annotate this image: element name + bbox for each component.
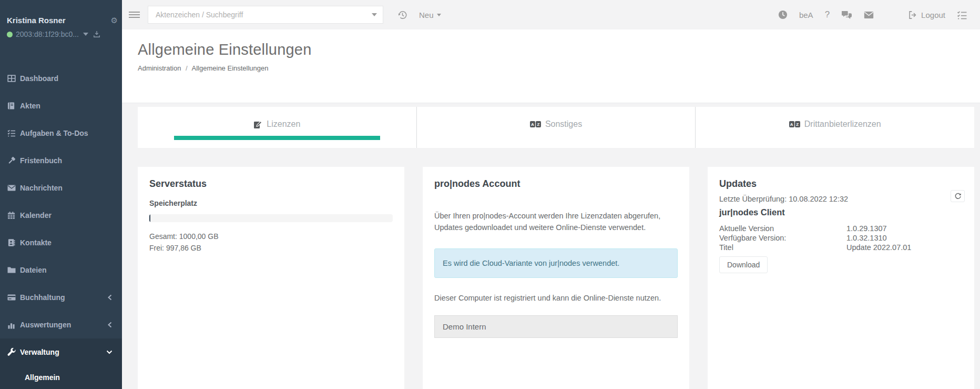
version-row-label: Verfügbare Version: (719, 233, 846, 243)
envelope-icon[interactable] (864, 11, 874, 19)
account-name-box[interactable]: Demo Intern (434, 315, 678, 338)
sidebar-item-label: Nachrichten (20, 184, 113, 192)
server-address: 2003:d8:1f29:bc0... (16, 30, 79, 38)
sidebar-item-label: Dashboard (20, 74, 113, 83)
new-label: Neu (419, 11, 434, 19)
folder-icon (7, 266, 16, 274)
sidebar-item-buchhaltung[interactable]: Buchhaltung (0, 284, 122, 311)
search-input[interactable] (148, 6, 383, 24)
breadcrumb: Administration / Allgemeine Einstellunge… (138, 64, 980, 72)
gear-icon[interactable]: ⚙ (111, 16, 118, 25)
sidebar-item-label: Verwaltung (20, 348, 106, 356)
sidebar-item-label: Kontakte (20, 238, 113, 247)
main-area: Neu beA ? Logout (122, 0, 980, 389)
chevron-left-icon (107, 322, 113, 328)
tab-label: Sonstiges (545, 119, 582, 129)
history-icon[interactable] (397, 10, 407, 20)
app-window: Kristina Rosner ⚙ 2003:d8:1f29:bc0... Da… (0, 0, 980, 389)
credit-card-icon (7, 294, 16, 301)
card-title: Updates (719, 178, 963, 189)
address-book-icon (7, 238, 16, 247)
version-row-value: 1.0.32.1310 (846, 233, 887, 243)
chevron-down-icon (437, 14, 441, 16)
tab-drittanbieterlizenzen[interactable]: AZ Drittanbieterlizenzen (696, 107, 974, 148)
storage-progress-fill (149, 214, 150, 222)
version-row-label: Titel (719, 243, 846, 252)
gavel-icon (7, 156, 16, 165)
tabs-panel: Lizenzen AZ Sonstiges AZ Drittanbieterli… (138, 107, 974, 148)
sidebar-item-aufgaben[interactable]: Aufgaben & To-Dos (0, 119, 122, 147)
card-title: Serverstatus (149, 178, 393, 189)
sidebar: Kristina Rosner ⚙ 2003:d8:1f29:bc0... Da… (0, 0, 122, 389)
sidebar-item-label: Dateien (20, 266, 113, 274)
account-description: Über Ihren pro|nodes-Account werden Ihre… (434, 211, 678, 234)
server-address-row[interactable]: 2003:d8:1f29:bc0... (7, 30, 115, 38)
registered-text: Dieser Computer ist registriert und kann… (434, 293, 678, 304)
speicherplatz-label: Speicherplatz (149, 199, 393, 207)
user-block: Kristina Rosner ⚙ 2003:d8:1f29:bc0... (0, 0, 122, 65)
storage-total: Gesamt: 1000,00 GB (149, 231, 393, 243)
version-row-label: Aktuelle Version (719, 224, 846, 233)
bea-link[interactable]: beA (799, 11, 813, 19)
cards-row: Serverstatus Speicherplatz Gesamt: 1000,… (138, 167, 974, 389)
sidebar-item-label: Akten (20, 102, 113, 110)
tab-sonstiges[interactable]: AZ Sonstiges (417, 107, 696, 148)
sidebar-item-nachrichten[interactable]: Nachrichten (0, 174, 122, 202)
sidebar-item-dateien[interactable]: Dateien (0, 256, 122, 284)
sidebar-item-kontakte[interactable]: Kontakte (0, 229, 122, 256)
sidebar-item-verwaltung[interactable]: Verwaltung (0, 338, 122, 366)
sidebar-item-label: Fristenbuch (20, 156, 113, 165)
table-row: Titel Update 2022.07.01 (719, 243, 963, 252)
refresh-button[interactable] (951, 190, 965, 202)
breadcrumb-separator: / (186, 64, 188, 72)
chevron-down-icon (106, 350, 113, 355)
tasks-icon (7, 129, 16, 137)
sidebar-active-section: Verwaltung Allgemein (0, 338, 122, 389)
download-icon[interactable] (93, 31, 100, 38)
chevron-down-icon[interactable] (83, 33, 88, 36)
tab-label: Drittanbieterlizenzen (804, 119, 881, 129)
bar-chart-icon (7, 321, 16, 329)
tab-lizenzen[interactable]: Lizenzen (138, 107, 417, 148)
version-table: Aktuelle Version 1.0.29.1307 Verfügbare … (719, 224, 963, 252)
storage-free: Frei: 997,86 GB (149, 243, 393, 254)
pronodes-account-card: pro|nodes Account Über Ihren pro|nodes-A… (423, 167, 689, 389)
envelope-icon (7, 184, 16, 192)
topbar-right: beA ? Logout (778, 9, 980, 20)
calendar-icon (7, 211, 16, 220)
user-name: Kristina Rosner (7, 16, 115, 25)
checklist-icon[interactable] (957, 11, 967, 19)
clock-icon[interactable] (778, 10, 788, 19)
storage-progress-bar (149, 214, 393, 222)
sidebar-item-fristenbuch[interactable]: Fristenbuch (0, 147, 122, 174)
sidebar-item-kalender[interactable]: Kalender (0, 202, 122, 229)
book-icon (7, 102, 16, 110)
wrench-icon (7, 348, 16, 356)
logout-button[interactable]: Logout (908, 11, 945, 19)
new-dropdown[interactable]: Neu (419, 11, 441, 19)
topbar: Neu beA ? Logout (122, 0, 980, 29)
page-title: Allgemeine Einstellungen (138, 41, 980, 58)
dashboard-grid-icon (7, 74, 16, 83)
sidebar-item-auswertungen[interactable]: Auswertungen (0, 311, 122, 338)
chat-icon[interactable] (841, 11, 852, 19)
client-title: jur|nodes Client (719, 207, 963, 217)
sidebar-nav: Dashboard Akten Aufgaben & To-Dos Friste… (0, 65, 122, 338)
version-row-value: 1.0.29.1307 (846, 224, 887, 233)
license-edit-icon (253, 120, 262, 129)
table-row: Aktuelle Version 1.0.29.1307 (719, 224, 963, 233)
breadcrumb-current: Allgemeine Einstellungen (192, 64, 269, 72)
download-button[interactable]: Download (719, 256, 768, 273)
help-link[interactable]: ? (825, 9, 830, 20)
online-status-dot (7, 32, 13, 37)
sidebar-item-akten[interactable]: Akten (0, 92, 122, 119)
sidebar-item-label: Aufgaben & To-Dos (20, 129, 113, 137)
serverstatus-card: Serverstatus Speicherplatz Gesamt: 1000,… (138, 167, 404, 389)
page-heading: Allgemeine Einstellungen Administration … (122, 29, 980, 103)
table-row: Verfügbare Version: 1.0.32.1310 (719, 233, 963, 243)
breadcrumb-administration[interactable]: Administration (138, 64, 181, 72)
chevron-down-icon[interactable] (372, 13, 377, 16)
sidebar-item-dashboard[interactable]: Dashboard (0, 65, 122, 92)
sidebar-subitem-allgemein[interactable]: Allgemein (0, 366, 122, 389)
hamburger-menu-icon[interactable] (129, 10, 140, 19)
